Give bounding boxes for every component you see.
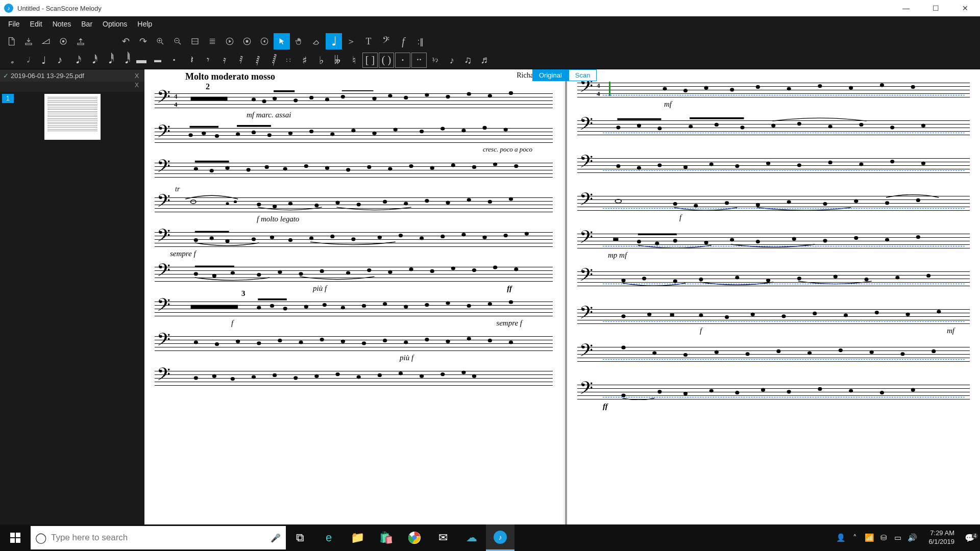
search-input[interactable] [51,533,265,543]
export-button[interactable] [72,33,89,49]
svg-point-254 [839,348,843,352]
quarter-note-button[interactable]: ♩ [36,53,51,68]
close-tab-button[interactable]: X [132,72,141,80]
dot-button[interactable]: · [395,53,410,68]
record-button[interactable] [55,33,71,49]
clef-tool[interactable]: 𝄢 [378,33,394,49]
sixtyfourth-note-button[interactable]: 𝅘𝅥𝅱 [101,53,116,68]
rewind-button[interactable] [256,33,273,49]
half-note-button[interactable]: 𝅗𝅥 [19,53,35,68]
bracket-square-button[interactable]: [ ] [362,53,378,68]
stop-button[interactable] [239,33,255,49]
edge-icon[interactable]: e [314,524,343,551]
barline-tool[interactable]: :‖ [412,33,429,49]
view-systems-button[interactable] [204,33,220,49]
double-flat-button[interactable]: 𝄫 [330,53,345,68]
note-tool[interactable]: ♩ [326,33,342,49]
cortana-icon[interactable]: ◯ [31,532,51,544]
pointer-tool[interactable] [274,33,290,49]
mail-icon[interactable]: ✉ [429,524,457,551]
beam-sixteenth-button[interactable]: ♬ [477,53,492,68]
close-subtab-button[interactable]: X [132,82,141,92]
minimize-button[interactable]: — [891,0,921,16]
menu-notes[interactable]: Notes [47,18,77,30]
thirtysecond-note-button[interactable]: 𝅘𝅥𝅰 [85,53,100,68]
sixteenth-note-button[interactable]: 𝅘𝅥𝅯 [68,53,84,68]
onedrive-icon[interactable]: ☁ [457,524,486,551]
maximize-button[interactable]: ☐ [921,0,950,16]
scan-button[interactable] [38,33,54,49]
volume-icon[interactable]: 🔊 [905,533,919,542]
text-tool[interactable]: T [360,33,377,49]
svg-point-70 [257,203,261,206]
tab-original[interactable]: Original [532,69,569,81]
scan-page[interactable]: 𝄢 44 mf 𝄢 [567,69,980,524]
zoom-in-button[interactable] [152,33,168,49]
menu-options[interactable]: Options [97,18,132,30]
chrome-icon[interactable] [400,524,429,551]
menu-bar[interactable]: Bar [76,18,97,30]
grace-note-button[interactable]: 𝆔 [444,53,459,68]
menu-edit[interactable]: Edit [25,18,47,30]
dropbox-icon[interactable]: ⛁ [876,533,891,542]
original-page[interactable]: Molto moderato mosso Richard W 𝄢 44 2 mf… [144,69,563,524]
quarter-rest-button[interactable]: ▪ [166,53,182,68]
document-tab[interactable]: ✓ 2019-06-01 13-29-25.pdf X [0,69,144,82]
people-icon[interactable]: 👤 [834,533,848,542]
new-file-button[interactable] [3,33,19,49]
undo-button[interactable]: ↶ [117,33,134,49]
taskbar-clock[interactable]: 7:29 AM 6/1/2019 [923,529,960,546]
eighth-note-button[interactable]: ♪ [52,53,67,68]
whole-rest-button[interactable]: ▬ [134,53,149,68]
double-dot-rhythm-button[interactable]: ·· [411,53,427,68]
whole-note-button[interactable]: 𝅗 [3,53,18,68]
beam-eighth-button[interactable]: ♫ [460,53,476,68]
svg-point-137 [257,341,261,345]
svg-point-222 [885,238,889,241]
tray-expand-icon[interactable]: ˄ [848,533,862,542]
bracket-paren-button[interactable]: ( ) [379,53,394,68]
svg-point-22 [425,93,429,96]
sharp-button[interactable]: ♯ [297,53,312,68]
svg-point-151 [212,374,216,378]
eighth-rest-button[interactable]: 𝄽 [183,53,198,68]
store-icon[interactable]: 🛍️ [372,524,400,551]
svg-point-109 [346,271,350,274]
import-button[interactable] [20,33,37,49]
wifi-icon[interactable]: 📶 [862,533,876,542]
tuplet-button[interactable]: ³⁄♪ [428,53,443,68]
hundredtwentyeighth-rest-button[interactable]: 𝅁 [248,53,263,68]
page-thumbnail-row[interactable]: 1 [0,92,144,142]
accent-tool[interactable]: ＞ [343,33,359,49]
flat-button[interactable]: ♭ [313,53,329,68]
mic-icon[interactable]: 🎤 [265,533,286,543]
dynamics-tool[interactable]: f [395,33,411,49]
view-page-button[interactable] [187,33,203,49]
menu-help[interactable]: Help [132,18,157,30]
natural-button[interactable]: ♮ [346,53,361,68]
search-box[interactable]: ◯ 🎤 [31,526,286,549]
sixtyfourth-rest-button[interactable]: 𝅀 [232,53,247,68]
battery-icon[interactable]: ▭ [891,533,905,542]
hundredtwentyeighth-note-button[interactable]: 𝅘𝅥𝅲 [117,53,133,68]
page-thumbnail[interactable] [44,94,101,140]
hand-tool[interactable] [291,33,307,49]
task-view-button[interactable]: ⧉ [286,524,314,551]
close-button[interactable]: ✕ [950,0,980,16]
zoom-out-button[interactable] [169,33,186,49]
start-button[interactable] [0,524,31,551]
eraser-tool[interactable] [308,33,325,49]
play-button[interactable] [222,33,238,49]
file-explorer-icon[interactable]: 📁 [343,524,372,551]
thirtysecond-rest-button[interactable]: 𝄿 [215,53,231,68]
menu-file[interactable]: File [3,18,25,30]
double-dot-button[interactable]: : : [281,53,296,68]
redo-button[interactable]: ↷ [135,33,151,49]
half-rest-button[interactable]: ▬ [150,53,165,68]
notification-center-icon[interactable]: 💬4 [960,533,980,543]
multirest-button[interactable]: 𝅂 [264,53,280,68]
tab-scan[interactable]: Scan [569,69,597,81]
svg-point-220 [823,239,827,242]
sixteenth-rest-button[interactable]: 𝄾 [199,53,214,68]
scanscore-taskbar-icon[interactable]: ♪ [486,524,514,551]
